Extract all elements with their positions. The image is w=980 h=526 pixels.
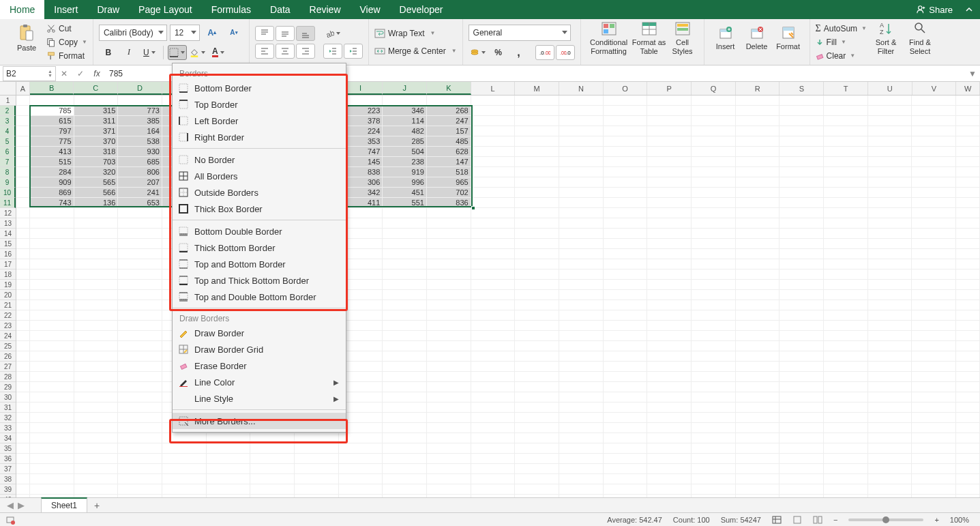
cell[interactable]: [471, 300, 516, 310]
col-header-V[interactable]: V: [912, 82, 957, 95]
cell[interactable]: [515, 443, 559, 454]
cell[interactable]: [515, 362, 559, 372]
cell[interactable]: [207, 484, 251, 495]
cell[interactable]: [912, 362, 956, 372]
cell[interactable]: [736, 403, 780, 413]
cell[interactable]: [692, 177, 736, 188]
cell[interactable]: [427, 443, 471, 454]
cell[interactable]: [912, 229, 956, 239]
cell[interactable]: [118, 239, 162, 249]
cell[interactable]: [74, 362, 119, 372]
cell[interactable]: [118, 249, 162, 259]
cell[interactable]: 797: [30, 126, 74, 136]
cell[interactable]: [16, 157, 30, 167]
cell[interactable]: [868, 208, 912, 218]
col-header-Q[interactable]: Q: [692, 82, 736, 95]
cell[interactable]: [779, 126, 824, 136]
cell[interactable]: [647, 218, 692, 229]
cell[interactable]: 518: [427, 167, 471, 177]
cell[interactable]: [692, 188, 736, 198]
cell[interactable]: 551: [383, 198, 427, 208]
cell[interactable]: 965: [427, 177, 471, 188]
cell[interactable]: [779, 239, 824, 249]
cell[interactable]: [471, 188, 516, 198]
cell[interactable]: [74, 239, 119, 249]
cell[interactable]: [868, 310, 912, 321]
cell[interactable]: [692, 382, 736, 392]
cell[interactable]: [74, 218, 119, 229]
cell[interactable]: [956, 341, 980, 351]
cell[interactable]: [824, 443, 868, 454]
cell[interactable]: [912, 341, 956, 351]
italic-button[interactable]: I: [119, 45, 138, 60]
cell[interactable]: [736, 239, 780, 249]
cell[interactable]: [647, 290, 692, 300]
cell[interactable]: [515, 474, 559, 484]
cell[interactable]: [30, 464, 74, 474]
align-right[interactable]: [296, 44, 315, 59]
cell[interactable]: [30, 218, 74, 229]
cell[interactable]: [736, 321, 780, 331]
cell[interactable]: [559, 392, 604, 403]
cell[interactable]: [692, 362, 736, 372]
cell[interactable]: [471, 474, 516, 484]
cell[interactable]: [647, 464, 692, 474]
cell[interactable]: [250, 433, 295, 443]
cell[interactable]: [30, 433, 74, 443]
cell[interactable]: [779, 403, 824, 413]
font-name-dropdown[interactable]: Calibri (Body): [99, 25, 167, 41]
cell[interactable]: [427, 229, 471, 239]
cell[interactable]: [647, 188, 692, 198]
cell[interactable]: [339, 443, 383, 454]
cell[interactable]: [118, 362, 162, 372]
col-header-T[interactable]: T: [824, 82, 868, 95]
cell[interactable]: [383, 413, 427, 423]
cell[interactable]: [118, 464, 162, 474]
cell[interactable]: [692, 392, 736, 403]
cell[interactable]: [118, 372, 162, 382]
cell[interactable]: [515, 331, 559, 341]
cell[interactable]: [207, 464, 251, 474]
cell[interactable]: [868, 229, 912, 239]
cell[interactable]: [604, 259, 648, 269]
cell[interactable]: [471, 136, 516, 147]
cell[interactable]: [74, 300, 119, 310]
fill-color-button[interactable]: [188, 45, 207, 60]
cell[interactable]: 615: [30, 116, 74, 126]
cell[interactable]: [30, 362, 74, 372]
decrease-decimal[interactable]: .00.0: [556, 45, 575, 60]
cell[interactable]: [383, 443, 427, 454]
cell[interactable]: [74, 484, 119, 495]
cell[interactable]: [868, 403, 912, 413]
row-header-5[interactable]: 5: [0, 136, 16, 147]
cell[interactable]: [604, 269, 648, 280]
cell[interactable]: [824, 116, 868, 126]
cell[interactable]: [912, 454, 956, 464]
cell[interactable]: [471, 96, 516, 106]
copy-button[interactable]: Copy▼: [46, 36, 87, 48]
cell[interactable]: [16, 403, 30, 413]
row-header-30[interactable]: 30: [0, 392, 16, 403]
cell[interactable]: [427, 269, 471, 280]
increase-indent[interactable]: [344, 44, 363, 59]
cell[interactable]: [118, 300, 162, 310]
cell[interactable]: [692, 403, 736, 413]
cell[interactable]: [30, 208, 74, 218]
cell[interactable]: [559, 454, 604, 464]
cell[interactable]: [471, 106, 516, 116]
cell[interactable]: [868, 474, 912, 484]
cell[interactable]: [604, 147, 648, 157]
comma-format[interactable]: ,: [509, 45, 529, 60]
cell[interactable]: [515, 188, 559, 198]
borders-button[interactable]: [168, 45, 187, 60]
cell[interactable]: [868, 454, 912, 464]
cell[interactable]: [118, 474, 162, 484]
cell[interactable]: [74, 372, 119, 382]
cell[interactable]: [604, 239, 648, 249]
menu-left-border[interactable]: Left Border: [173, 113, 346, 129]
cell[interactable]: [779, 198, 824, 208]
cell[interactable]: [647, 229, 692, 239]
cell[interactable]: [559, 290, 604, 300]
cell[interactable]: [30, 239, 74, 249]
menu-no-border[interactable]: No Border: [173, 151, 346, 168]
